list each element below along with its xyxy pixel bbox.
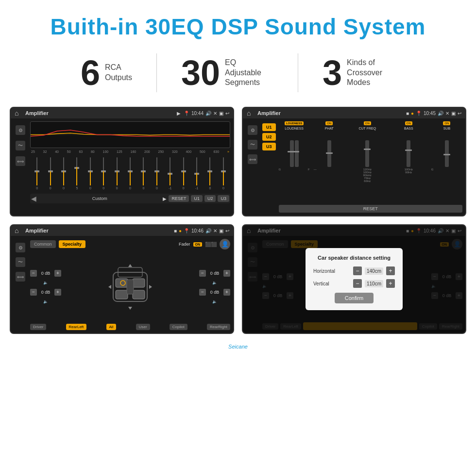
loudness-f: F [308, 168, 310, 171]
amp-icon-1[interactable]: ⚙ [248, 125, 257, 135]
preset-u3[interactable]: U3 [262, 143, 276, 150]
plus-bottom-left[interactable]: + [54, 289, 61, 296]
rearright-btn[interactable]: RearRight [207, 324, 230, 330]
rearleft-btn[interactable]: RearLeft [66, 324, 87, 330]
pin-icon-2: 📍 [416, 111, 422, 116]
minus-top-right[interactable]: − [199, 270, 206, 277]
amp-icon-2[interactable]: 〜 [248, 140, 257, 150]
driver-btn[interactable]: Driver [30, 324, 46, 330]
back-icon-2: ↩ [458, 111, 461, 116]
fader-14[interactable]: 0 [204, 157, 216, 190]
fader-11[interactable]: -1 [164, 157, 176, 190]
minus-bottom-left[interactable]: − [30, 289, 37, 296]
home-icon-3[interactable]: ⌂ [15, 227, 22, 234]
eq-icon-2[interactable]: 〜 [16, 141, 25, 150]
fader-4[interactable]: 5 [71, 157, 83, 190]
horizontal-plus[interactable]: + [386, 266, 395, 275]
reset-btn-2[interactable]: RESET [279, 205, 462, 213]
screen-fader: ⌂ Amplifier ■ ● 📍 10:46 🔊 ✕ ▣ ↩ ⚙ 〜 ⟺ [10, 224, 234, 334]
stat-rca: 6 RCAOutputs [56, 55, 156, 90]
u3-btn-1[interactable]: U3 [218, 195, 229, 202]
eq-icon-1[interactable]: ⚙ [16, 125, 25, 135]
header: Buith-in 30EQ DSP Sound System [0, 0, 476, 49]
status-title-1: Amplifier [25, 110, 174, 116]
fader-2[interactable]: 0 [44, 157, 56, 190]
bass-label: BASS [404, 127, 413, 130]
horizontal-minus[interactable]: − [353, 266, 362, 275]
user-btn[interactable]: User [136, 324, 150, 330]
cutfreq-hz-5: 60Hz [363, 180, 372, 183]
bass-on: ON [405, 121, 412, 125]
fader-13[interactable]: -1 [191, 157, 203, 190]
sub-on: ON [443, 121, 450, 125]
vol-icon-1: 🔊 [205, 111, 211, 116]
fader-5[interactable]: 0 [85, 157, 96, 190]
plus-top-left[interactable]: + [54, 270, 61, 277]
time-2: 10:45 [424, 111, 436, 116]
next-icon[interactable]: ▶ [163, 196, 167, 201]
status-icons-3: ■ ● 📍 10:46 🔊 ✕ ▣ ↩ [174, 228, 229, 233]
sub-g: G [431, 168, 434, 171]
eq-icon-3[interactable]: ⟺ [16, 156, 25, 166]
fader-main-content: Common Specialty Fader ON ⬛⬛ 👤 − 0 dB [30, 239, 230, 330]
x-icon-3: ✕ [213, 228, 217, 233]
fader-icon-2[interactable]: 〜 [16, 257, 25, 267]
band-40: 40 [55, 150, 59, 153]
amp-icon-3[interactable]: ⟺ [248, 154, 257, 164]
page-title: Buith-in 30EQ DSP Sound System [10, 14, 466, 40]
u1-btn-1[interactable]: U1 [191, 195, 203, 202]
plus-top-right[interactable]: + [223, 270, 230, 277]
minus-top-left[interactable]: − [30, 270, 37, 277]
cutfreq-on: ON [364, 121, 371, 125]
fader-8[interactable]: 0 [124, 157, 136, 190]
sub-label: SUB [443, 127, 450, 130]
prev-icon[interactable]: ◀ [31, 195, 36, 202]
fader-7[interactable]: 0 [111, 157, 122, 190]
phat-g: — [314, 168, 317, 171]
band-expand[interactable]: » [227, 150, 229, 153]
fader-15[interactable]: 0 [218, 157, 229, 190]
fader-12[interactable]: 0 [177, 157, 189, 190]
sq-icon-3: ■ [174, 228, 177, 233]
db-top-left: 0 dB [39, 271, 52, 276]
time-1: 10:44 [191, 111, 204, 116]
vertical-minus[interactable]: − [353, 279, 362, 288]
toggle-icon-3[interactable]: ⬛⬛ [205, 242, 217, 247]
preset-u1[interactable]: U1 [262, 123, 276, 131]
fader-10[interactable]: 0 [151, 157, 163, 190]
common-tab-3[interactable]: Common [30, 240, 56, 248]
stat-label-crossover: Kinds ofCrossover Modes [347, 58, 395, 88]
vertical-plus[interactable]: + [386, 279, 395, 288]
play-icon-1: ▶ [177, 111, 181, 116]
specialty-tab-3[interactable]: Specialty [59, 240, 86, 248]
fader-9[interactable]: 0 [137, 157, 149, 190]
sq-icon-2: ■ [406, 111, 409, 116]
fader-sidebar: ⚙ 〜 ⟺ [14, 239, 27, 330]
reset-btn-1[interactable]: RESET [169, 195, 189, 202]
speaker-top-right: − 0 dB + [199, 270, 230, 277]
home-icon-1[interactable]: ⌂ [15, 109, 22, 117]
fader-1[interactable]: 0 [31, 157, 43, 190]
u2-btn-1[interactable]: U2 [204, 195, 216, 202]
vertical-value: 110cm [365, 280, 383, 287]
amp-content: ⚙ 〜 ⟺ U1 U2 U3 [243, 118, 465, 216]
back-icon-3: ↩ [225, 228, 229, 233]
copilot-btn[interactable]: Copilot [170, 324, 187, 330]
phat-label: PHAT [325, 127, 334, 130]
preset-u2[interactable]: U2 [262, 133, 276, 141]
fader-icon-3[interactable]: ⟺ [16, 272, 25, 282]
confirm-button[interactable]: Confirm [335, 293, 374, 303]
home-icon-2[interactable]: ⌂ [247, 109, 255, 117]
band-32: 32 [43, 150, 47, 153]
amp-main-content: U1 U2 U3 LOUDNESS LOUDNESS [262, 121, 462, 213]
fader-6[interactable]: 0 [98, 157, 109, 190]
fader-icon-1[interactable]: ⚙ [16, 243, 25, 252]
band-630: 630 [213, 150, 219, 153]
all-btn[interactable]: All [106, 324, 117, 330]
minus-bottom-right[interactable]: − [199, 289, 206, 296]
fader-3[interactable]: 0 [58, 157, 69, 190]
plus-bottom-right[interactable]: + [223, 289, 230, 296]
vol-icon-3: 🔊 [205, 228, 211, 233]
stat-number-eq: 30 [181, 55, 220, 90]
svg-rect-8 [127, 280, 134, 294]
